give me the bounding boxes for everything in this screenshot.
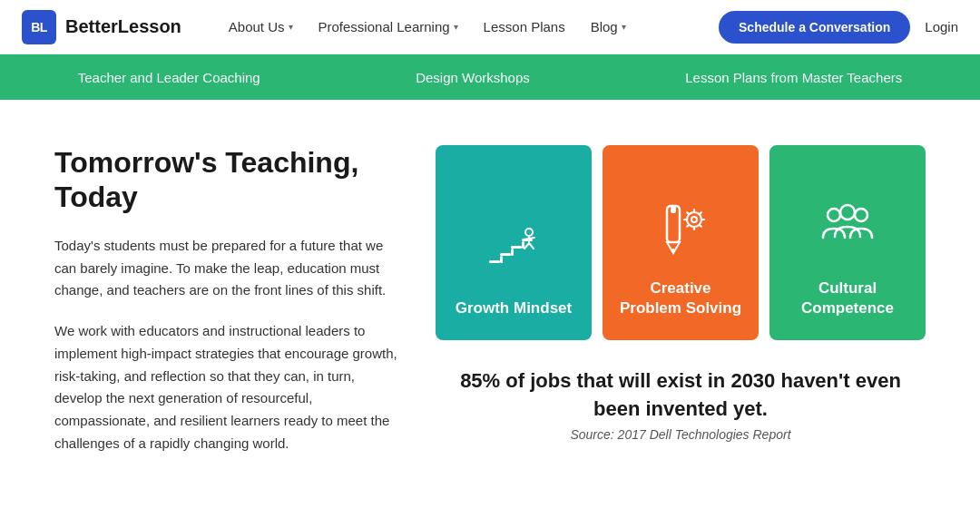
- nav-blog-label: Blog: [591, 19, 618, 34]
- green-nav-bar: Teacher and Leader Coaching Design Works…: [0, 54, 980, 100]
- hero-text: Tomorrow's Teaching, Today Today's stude…: [54, 145, 399, 474]
- card-cultural-label: CulturalCompetence: [801, 278, 894, 318]
- nav-professional-label: Professional Learning: [318, 19, 450, 34]
- hero-para-2: We work with educators and instructional…: [54, 320, 399, 455]
- green-nav-workshops[interactable]: Design Workshops: [397, 59, 548, 96]
- svg-rect-0: [489, 260, 500, 263]
- logo-text: BetterLesson: [65, 16, 181, 37]
- card-creative-problem-solving[interactable]: CreativeProblem Solving: [603, 145, 759, 340]
- svg-point-27: [840, 205, 855, 220]
- hero-para-1: Today's students must be prepared for a …: [54, 235, 399, 302]
- svg-line-9: [524, 238, 534, 239]
- green-nav-coaching[interactable]: Teacher and Leader Coaching: [60, 59, 279, 96]
- svg-line-25: [687, 225, 689, 227]
- svg-rect-5: [511, 249, 514, 256]
- nav-professional[interactable]: Professional Learning ▾: [308, 12, 469, 42]
- navbar: BL BetterLesson About Us ▾ Professional …: [0, 0, 980, 54]
- right-column: Growth Mindset: [436, 145, 926, 446]
- svg-rect-2: [511, 246, 522, 249]
- stat-main-text: 85% of jobs that will exist in 2030 have…: [454, 367, 907, 424]
- svg-line-11: [529, 243, 534, 249]
- nav-lesson-plans-label: Lesson Plans: [484, 19, 565, 34]
- nav-links: About Us ▾ Professional Learning ▾ Lesso…: [218, 12, 719, 42]
- nav-right: Schedule a Conversation Login: [719, 11, 958, 44]
- hero-title: Tomorrow's Teaching, Today: [54, 145, 399, 215]
- logo-icon: BL: [22, 10, 56, 44]
- card-cultural-competence[interactable]: CulturalCompetence: [769, 145, 926, 340]
- chevron-down-icon: ▾: [289, 22, 293, 32]
- svg-rect-13: [671, 206, 676, 213]
- nav-lesson-plans[interactable]: Lesson Plans: [473, 12, 576, 42]
- svg-point-17: [691, 217, 697, 222]
- chevron-down-icon: ▾: [622, 22, 626, 32]
- svg-line-23: [700, 225, 701, 227]
- svg-point-26: [828, 209, 840, 221]
- nav-blog[interactable]: Blog ▾: [580, 12, 637, 42]
- nav-about-label: About Us: [229, 19, 285, 34]
- stat-source-text: Source: 2017 Dell Technologies Report: [454, 427, 907, 442]
- nav-about[interactable]: About Us ▾: [218, 12, 304, 42]
- chevron-down-icon: ▾: [454, 22, 458, 32]
- schedule-button[interactable]: Schedule a Conversation: [719, 11, 910, 44]
- svg-rect-6: [522, 241, 524, 249]
- card-creative-label: CreativeProblem Solving: [620, 278, 741, 318]
- cultural-competence-icon: [816, 197, 879, 264]
- growth-mindset-icon: [482, 217, 545, 284]
- card-growth-mindset[interactable]: Growth Mindset: [436, 145, 592, 340]
- svg-point-7: [525, 229, 533, 236]
- svg-rect-1: [500, 253, 511, 256]
- creative-problem-solving-icon: [649, 197, 712, 264]
- card-growth-mindset-label: Growth Mindset: [456, 298, 572, 318]
- cards-row: Growth Mindset: [436, 145, 926, 340]
- logo[interactable]: BL BetterLesson: [22, 10, 181, 44]
- login-button[interactable]: Login: [925, 19, 958, 34]
- svg-line-24: [700, 212, 701, 214]
- svg-rect-4: [500, 256, 503, 263]
- svg-line-10: [524, 243, 529, 249]
- stat-section: 85% of jobs that will exist in 2030 have…: [436, 358, 926, 446]
- svg-line-22: [687, 212, 689, 214]
- svg-point-28: [855, 209, 867, 221]
- main-content: Tomorrow's Teaching, Today Today's stude…: [0, 100, 980, 508]
- green-nav-lesson-plans[interactable]: Lesson Plans from Master Teachers: [667, 59, 920, 96]
